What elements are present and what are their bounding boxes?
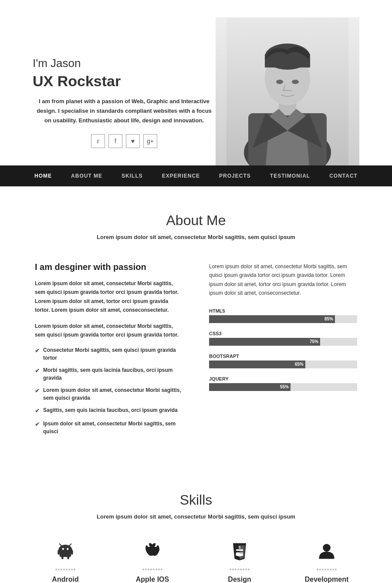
- svg-point-11: [62, 548, 64, 549]
- nav-about[interactable]: ABOUT ME: [61, 165, 112, 186]
- svg-rect-21: [236, 549, 243, 551]
- about-title: About Me: [35, 212, 357, 229]
- skill-fill: 75%: [209, 338, 320, 346]
- skill-track: 75%: [209, 338, 357, 346]
- svg-text:5: 5: [239, 545, 241, 549]
- svg-point-25: [323, 544, 331, 552]
- skill-bar: HTML585%: [209, 308, 357, 323]
- svg-rect-17: [61, 556, 63, 559]
- skill-label: BOOTSRAPT: [209, 354, 357, 359]
- skill-card-design: 5 Design Lorem Ipsum is simply dummy tex…: [209, 542, 270, 583]
- list-item: Consectetur Morbi sagittis, sem quisci i…: [35, 346, 183, 362]
- hero-image: [216, 17, 359, 165]
- design-dots: [209, 569, 270, 570]
- skill-fill: 55%: [209, 383, 291, 391]
- skill-fill: 85%: [209, 315, 335, 323]
- apple-label: Apple IOS: [122, 576, 183, 583]
- svg-point-12: [67, 548, 68, 549]
- list-item: Morbi sagittis, sem quis lacinia faucibu…: [35, 366, 183, 382]
- list-item: Sagittis, sem quis lacinia faucibus, orc…: [35, 406, 183, 415]
- list-item: Lorem ipsum dolor sit amet, consectetur …: [35, 386, 183, 402]
- dev-icon: [296, 542, 357, 565]
- about-right-para: Lorem ipsum dolor sit amet, consectetur …: [209, 262, 357, 298]
- skills-subtitle: Lorem ipsum dolor sit amet, consectetur …: [35, 513, 357, 520]
- hero-greeting: I'm Jason: [33, 57, 216, 70]
- svg-marker-23: [240, 552, 243, 554]
- navbar: HOME ABOUT ME SKILLS EXPERIENCE PROJECTS…: [0, 165, 392, 186]
- skill-card-dev: Development Lorem Ipsum is simply dummy …: [296, 542, 357, 583]
- nav-skills[interactable]: SKILLS: [112, 165, 152, 186]
- pinterest-icon[interactable]: ♥: [126, 134, 140, 148]
- skill-label: HTML5: [209, 308, 357, 313]
- social-icons: 𝕣 f ♥ g+: [33, 134, 216, 148]
- svg-rect-15: [57, 550, 59, 555]
- skill-label: CSS3: [209, 331, 357, 336]
- user-svg: [317, 542, 336, 561]
- svg-rect-16: [71, 550, 73, 555]
- about-section: About Me Lorem ipsum dolor sit amet, con…: [0, 186, 392, 466]
- hero-text: I'm Jason UX Rockstar I am from planet w…: [33, 57, 216, 165]
- about-content: I am desginer with passion Lorem ipsum d…: [35, 262, 357, 440]
- html5-svg: 5: [230, 542, 249, 561]
- svg-point-8: [292, 80, 299, 84]
- skill-track: 85%: [209, 315, 357, 323]
- about-para2: Lorem ipsum dolor sit amet, consectetur …: [35, 322, 183, 340]
- skill-percent: 55%: [280, 384, 289, 389]
- svg-rect-18: [67, 556, 69, 559]
- skill-bar: BOOTSRAPT65%: [209, 354, 357, 368]
- dev-dots: [296, 569, 357, 570]
- twitter-icon[interactable]: 𝕣: [91, 134, 105, 148]
- svg-rect-6: [265, 54, 310, 67]
- skill-percent: 75%: [310, 339, 318, 344]
- googleplus-icon[interactable]: g+: [143, 134, 157, 148]
- skills-title: Skills: [35, 492, 357, 508]
- skills-grid: Android Lorem Ipsum is simply dummy text…: [35, 542, 357, 583]
- skill-bars: HTML585%CSS375%BOOTSRAPT65%JQUERY55%: [209, 308, 357, 391]
- skills-section: Skills Lorem ipsum dolor sit amet, conse…: [0, 466, 392, 583]
- svg-point-7: [276, 80, 283, 84]
- about-subtitle: Lorem ipsum dolor sit amet, consectetur …: [35, 234, 357, 240]
- android-svg: [56, 542, 75, 561]
- list-item: Ipsum dolor sit amet, consectetur Morbi …: [35, 420, 183, 435]
- about-right: Lorem ipsum dolor sit amet, consectetur …: [209, 262, 357, 440]
- nav-testimonial[interactable]: TESTIMONIAL: [260, 165, 320, 186]
- android-label: Android: [35, 576, 96, 583]
- android-icon: [35, 542, 96, 565]
- hero-title: UX Rockstar: [33, 73, 216, 90]
- about-para1: Lorem ipsum dolor sit amet, consectetur …: [35, 279, 183, 315]
- skill-card-android: Android Lorem Ipsum is simply dummy text…: [35, 542, 96, 583]
- dev-label: Development: [296, 576, 357, 583]
- svg-rect-10: [60, 550, 71, 557]
- android-dots: [35, 569, 96, 570]
- skill-bar: JQUERY55%: [209, 376, 357, 391]
- facebook-icon[interactable]: f: [108, 134, 122, 148]
- skill-percent: 65%: [295, 362, 304, 367]
- html5-icon: 5: [209, 542, 270, 565]
- apple-dots: [122, 569, 183, 570]
- skill-label: JQUERY: [209, 376, 357, 381]
- hero-bio: I am from planet with a passion of Web, …: [33, 97, 216, 125]
- skill-card-apple: Apple IOS Lorem Ipsum is simply dummy te…: [122, 542, 183, 583]
- about-heading: I am desginer with passion: [35, 262, 183, 272]
- skill-bar: CSS375%: [209, 331, 357, 346]
- svg-line-13: [60, 544, 61, 546]
- nav-home[interactable]: HOME: [25, 165, 61, 186]
- hero-section: I'm Jason UX Rockstar I am from planet w…: [0, 0, 392, 165]
- skill-track: 65%: [209, 361, 357, 368]
- nav-projects[interactable]: PROJECTS: [210, 165, 260, 186]
- about-left: I am desginer with passion Lorem ipsum d…: [35, 262, 183, 440]
- skill-fill: 65%: [209, 361, 305, 368]
- skill-percent: 85%: [324, 317, 333, 321]
- apple-icon: [122, 542, 183, 565]
- about-list: Consectetur Morbi sagittis, sem quisci i…: [35, 346, 183, 435]
- nav-experience[interactable]: EXPERIENCE: [152, 165, 210, 186]
- person-illustration: [226, 17, 348, 165]
- skill-track: 55%: [209, 383, 357, 391]
- svg-line-14: [69, 544, 71, 546]
- nav-contact[interactable]: CONTACT: [320, 165, 367, 186]
- apple-svg: [143, 542, 162, 561]
- design-label: Design: [209, 576, 270, 583]
